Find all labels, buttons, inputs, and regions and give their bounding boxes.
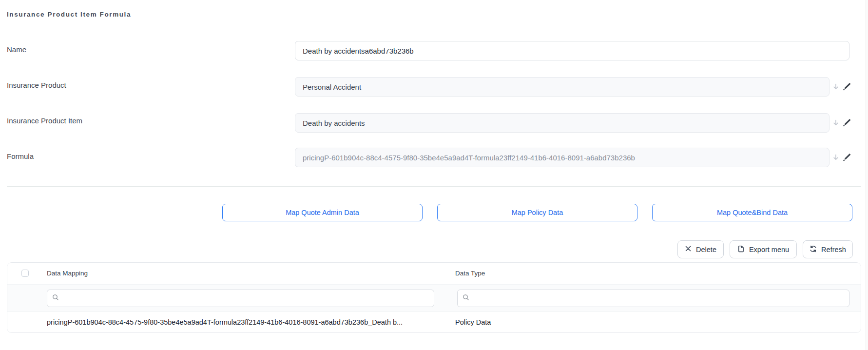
pencil-icon[interactable] [843, 118, 851, 127]
pencil-icon[interactable] [843, 153, 851, 161]
data-type-cell: Policy Data [455, 318, 491, 326]
refresh-button[interactable]: Refresh [803, 240, 853, 258]
delete-button-label: Delete [696, 246, 716, 253]
search-icon [52, 294, 59, 303]
section-divider [7, 186, 861, 187]
formula-field-label: Formula [7, 152, 34, 161]
export-menu-button[interactable]: Export menu [730, 240, 797, 258]
data-mapping-cell: pricingP-601b904c-88c4-4575-9f80-35be4e5… [47, 318, 403, 326]
down-arrow-icon[interactable] [831, 118, 840, 127]
formula-select[interactable]: pricingP-601b904c-88c4-4575-9f80-35be4e5… [295, 148, 829, 167]
insurance-product-field-label: Insurance Product [7, 81, 66, 90]
insurance-product-select[interactable]: Personal Accident [295, 77, 829, 97]
refresh-button-label: Refresh [821, 246, 846, 253]
file-icon [737, 245, 745, 254]
insurance-product-item-select[interactable]: Death by accidents [295, 113, 829, 133]
table-row[interactable]: pricingP-601b904c-88c4-4575-9f80-35be4e5… [7, 311, 861, 333]
data-type-search-field[interactable] [457, 290, 849, 307]
down-arrow-icon[interactable] [831, 82, 840, 91]
page-scrollbar[interactable] [866, 0, 868, 350]
table-filter-row [7, 284, 861, 311]
data-mapping-table: Data Mapping Data Type pricingP-601b904c… [7, 262, 861, 333]
close-icon [685, 245, 692, 253]
delete-button[interactable]: Delete [677, 240, 724, 258]
name-input[interactable] [295, 41, 849, 60]
page-title: Insurance Product Item Formula [7, 11, 131, 18]
map-quote-admin-data-button[interactable]: Map Quote Admin Data [222, 204, 423, 221]
pencil-icon[interactable] [843, 82, 851, 91]
formula-value: pricingP-601b904c-88c4-4575-9f80-35be4e5… [303, 154, 635, 162]
name-field-label: Name [7, 45, 26, 54]
export-menu-button-label: Export menu [749, 246, 789, 253]
column-header-data-type: Data Type [455, 270, 485, 277]
column-header-data-mapping: Data Mapping [47, 270, 88, 277]
table-header-row: Data Mapping Data Type [7, 263, 861, 284]
data-type-search-input[interactable] [473, 290, 844, 307]
insurance-product-item-value: Death by accidents [303, 119, 365, 127]
insurance-product-item-field-label: Insurance Product Item [7, 117, 82, 125]
select-all-checkbox[interactable] [21, 270, 29, 277]
map-quote-bind-data-button[interactable]: Map Quote&Bind Data [652, 204, 852, 221]
data-mapping-search-input[interactable] [62, 290, 429, 307]
map-policy-data-button[interactable]: Map Policy Data [437, 204, 637, 221]
insurance-product-value: Personal Accident [303, 83, 361, 91]
data-mapping-search-field[interactable] [47, 290, 434, 307]
down-arrow-icon[interactable] [831, 153, 840, 162]
refresh-icon [810, 245, 817, 254]
search-icon [463, 294, 469, 303]
